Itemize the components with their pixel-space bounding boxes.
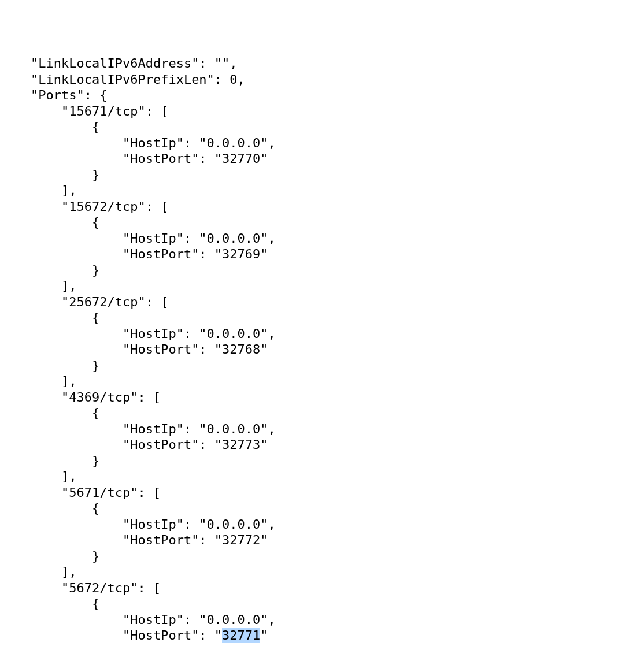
code-line: "4369/tcp": [ [0,390,161,404]
code-line: ], [0,469,76,484]
code-line: "HostPort": "32769" [0,247,268,261]
code-line: "Ports": { [0,88,107,102]
code-line: "5671/tcp": [ [0,485,161,500]
code-line: "HostIp": "0.0.0.0", [0,612,276,627]
code-line: "LinkLocalIPv6Address": "", [0,56,238,70]
code-line: ], [0,374,76,388]
code-line: "HostIp": "0.0.0.0", [0,422,276,436]
code-line: "LinkLocalIPv6PrefixLen": 0, [0,72,245,87]
code-line: { [0,215,99,229]
code-line: ], [0,183,76,198]
code-line: "HostIp": "0.0.0.0", [0,517,276,532]
code-line: "HostIp": "0.0.0.0", [0,231,276,246]
code-line: "HostPort": "32770" [0,151,268,166]
code-line: { [0,120,99,134]
code-line: "5672/tcp": [ [0,581,161,595]
code-line: } [0,549,99,563]
code-line: "15671/tcp": [ [0,104,168,118]
code-line-prefix: "HostPort": " [0,628,222,643]
code-line: "HostPort": "32768" [0,342,268,357]
code-line: { [0,596,99,611]
code-line: "HostPort": "32772" [0,533,268,547]
code-line: ], [0,565,76,579]
code-line: } [0,644,99,647]
code-line: { [0,406,99,420]
code-line: } [0,358,99,373]
code-line: "HostIp": "0.0.0.0", [0,136,276,150]
code-line: ], [0,279,76,293]
code-line: } [0,168,99,182]
code-line: "HostIp": "0.0.0.0", [0,326,276,341]
code-line: "25672/tcp": [ [0,295,168,309]
selected-text[interactable]: 32771 [222,628,260,643]
code-line: } [0,454,99,468]
code-line-suffix: " [260,628,268,643]
code-line: { [0,310,99,325]
code-line: "15672/tcp": [ [0,199,168,214]
code-line: { [0,501,99,515]
code-line: } [0,263,99,277]
code-line: "HostPort": "32773" [0,437,268,452]
json-output: "LinkLocalIPv6Address": "", "LinkLocalIP… [0,55,644,646]
